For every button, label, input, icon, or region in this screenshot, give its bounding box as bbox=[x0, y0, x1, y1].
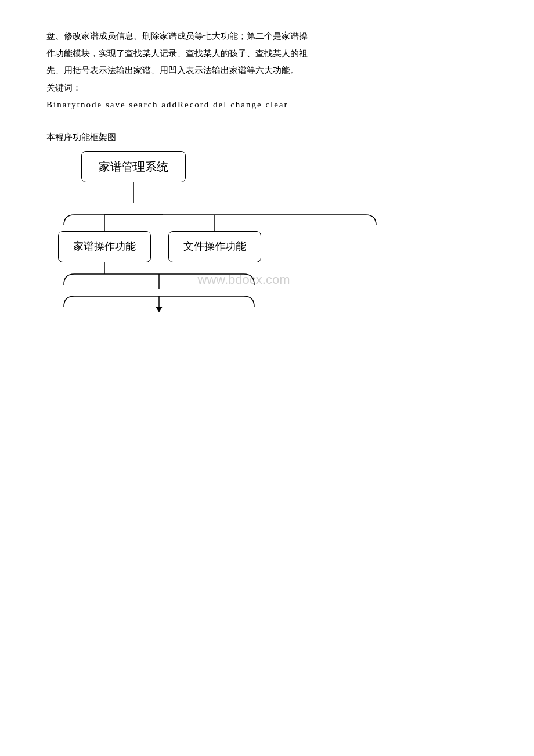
root-box: 家谱管理系统 bbox=[81, 151, 186, 182]
paragraph-3: 先、用括号表示法输出家谱、用凹入表示法输出家谱等六大功能。 bbox=[46, 63, 488, 78]
right-child-box: 文件操作功能 bbox=[168, 231, 261, 262]
paragraph-1: 盘、修改家谱成员信息、删除家谱成员等七大功能；第二个是家谱操 bbox=[46, 29, 488, 44]
keywords-label: 关键词： bbox=[46, 83, 81, 92]
left-box-label: 家谱操作功能 bbox=[73, 238, 136, 255]
right-box-label: 文件操作功能 bbox=[183, 238, 246, 255]
keywords-values: Binarytnode save search addRecord del ch… bbox=[46, 100, 288, 109]
keywords-values-line: Binarytnode save search addRecord del ch… bbox=[46, 98, 488, 113]
svg-marker-10 bbox=[156, 307, 163, 312]
root-box-label: 家谱管理系统 bbox=[99, 157, 168, 176]
diagram-container: 家谱管理系统 家谱操作功能 文件操作功能 www.bdocx.com bbox=[46, 151, 441, 319]
paragraph-2: 作功能模块，实现了查找某人记录、查找某人的孩子、查找某人的祖 bbox=[46, 46, 488, 62]
keywords-line: 关键词： bbox=[46, 81, 488, 96]
left-child-box: 家谱操作功能 bbox=[58, 231, 151, 262]
page-content: 盘、修改家谱成员信息、删除家谱成员等七大功能；第二个是家谱操 作功能模块，实现了… bbox=[0, 0, 534, 348]
diagram-section: 本程序功能框架图 bbox=[46, 130, 488, 319]
diagram-title: 本程序功能框架图 bbox=[46, 130, 488, 144]
